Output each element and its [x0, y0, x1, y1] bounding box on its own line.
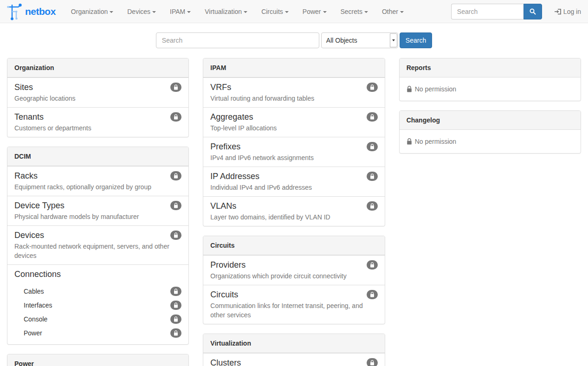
- netbox-brand[interactable]: netbox: [7, 3, 56, 20]
- item-description: IPv4 and IPv6 network assignments: [210, 153, 377, 162]
- nav-item-circuits[interactable]: Circuits: [254, 0, 296, 23]
- sub-item-label[interactable]: Cables: [24, 288, 44, 295]
- item-description: Top-level IP allocations: [210, 123, 377, 133]
- no-permission-label: No permission: [415, 84, 456, 94]
- lock-badge: [367, 358, 378, 366]
- object-type-selected-value: All Objects: [326, 37, 357, 44]
- list-item-circuits: CircuitsCommunication links for Internet…: [203, 285, 384, 324]
- lock-badge: [170, 301, 181, 310]
- item-description: Geographic locations: [14, 94, 181, 103]
- nav-item-power[interactable]: Power: [296, 0, 334, 23]
- lock-badge: [170, 201, 181, 210]
- list-item-vlans: VLANsLayer two domains, identified by VL…: [203, 196, 384, 226]
- lock-icon: [407, 86, 412, 92]
- item-title-ip-addresses[interactable]: IP Addresses: [210, 171, 259, 181]
- nav-item-secrets[interactable]: Secrets: [334, 0, 375, 23]
- panel-changelog: ChangelogNo permission: [399, 110, 581, 154]
- nav-item-label: IPAM: [170, 8, 185, 15]
- item-title-aggregates[interactable]: Aggregates: [210, 112, 253, 122]
- item-title-vrfs[interactable]: VRFs: [210, 82, 231, 92]
- nav-item-label: Devices: [127, 8, 150, 15]
- no-permission-notice: No permission: [400, 130, 581, 153]
- nav-item-devices[interactable]: Devices: [120, 0, 163, 23]
- sub-item-console: Console: [14, 312, 181, 326]
- list-item-devices: DevicesRack-mounted network equipment, s…: [7, 225, 188, 264]
- lock-badge: [367, 172, 378, 181]
- lock-badge: [170, 171, 181, 180]
- login-link[interactable]: Log in: [548, 8, 588, 15]
- nav-item-virtualization[interactable]: Virtualization: [198, 0, 254, 23]
- search-icon: [530, 8, 536, 15]
- panel-heading: Organization: [7, 58, 188, 77]
- panel-dcim: DCIMRacksEquipment racks, optionally org…: [7, 147, 189, 345]
- caret-down-icon: [364, 11, 368, 13]
- lock-badge: [367, 112, 378, 122]
- item-title-sites[interactable]: Sites: [14, 82, 33, 92]
- global-search-input[interactable]: [156, 32, 319, 48]
- sub-item-interfaces: Interfaces: [14, 298, 181, 312]
- lock-badge: [367, 142, 378, 151]
- item-description: Organizations which provide circuit conn…: [210, 271, 377, 281]
- nav-menu: OrganizationDevicesIPAMVirtualizationCir…: [64, 0, 411, 23]
- list-item-device-types: Device TypesPhysical hardware models by …: [7, 196, 188, 225]
- item-title-tenants[interactable]: Tenants: [14, 112, 44, 122]
- navbar-search-form: [451, 4, 542, 19]
- sub-item-cables: Cables: [14, 284, 181, 298]
- lock-badge: [367, 83, 378, 92]
- lock-badge: [170, 328, 181, 338]
- caret-down-icon: [285, 11, 289, 13]
- list-item-providers: ProvidersOrganizations which provide cir…: [203, 255, 384, 285]
- panel-ipam: IPAMVRFsVirtual routing and forwarding t…: [203, 58, 385, 226]
- panel-heading: Power: [7, 354, 188, 366]
- panel-heading: IPAM: [203, 58, 384, 77]
- nav-item-other[interactable]: Other: [375, 0, 411, 23]
- list-item-tenants: TenantsCustomers or departments: [7, 107, 188, 137]
- sub-item-list: CablesInterfacesConsolePower: [14, 284, 181, 340]
- sub-item-label[interactable]: Console: [24, 315, 47, 323]
- list-item-racks: RacksEquipment racks, optionally organiz…: [7, 166, 188, 196]
- column-middle: IPAMVRFsVirtual routing and forwarding t…: [196, 58, 392, 366]
- lock-badge: [367, 201, 378, 211]
- select-caret-box: [390, 33, 397, 47]
- navbar: netbox OrganizationDevicesIPAMVirtualiza…: [0, 0, 588, 23]
- navbar-search-input[interactable]: [451, 4, 523, 19]
- nav-item-label: Circuits: [261, 8, 283, 15]
- nav-item-organization[interactable]: Organization: [64, 0, 120, 23]
- no-permission-notice: No permission: [400, 77, 581, 101]
- navbar-search-button[interactable]: [523, 4, 542, 19]
- item-title-vlans[interactable]: VLANs: [210, 201, 236, 211]
- login-label: Log in: [563, 8, 581, 15]
- lock-badge: [170, 287, 181, 296]
- list-item-vrfs: VRFsVirtual routing and forwarding table…: [203, 77, 384, 107]
- list-item-clusters: Clusters: [203, 353, 384, 366]
- column-left: OrganizationSitesGeographic locationsTen…: [0, 58, 196, 366]
- item-title-devices[interactable]: Devices: [14, 230, 44, 240]
- nav-item-label: Power: [303, 8, 321, 15]
- column-right: ReportsNo permissionChangelogNo permissi…: [392, 58, 588, 366]
- caret-down-icon: [152, 11, 156, 13]
- item-description: Customers or departments: [14, 123, 181, 133]
- item-title-prefixes[interactable]: Prefixes: [210, 141, 240, 152]
- netbox-logo-icon: [7, 3, 23, 20]
- nav-item-label: Other: [382, 8, 398, 15]
- item-title-clusters[interactable]: Clusters: [210, 358, 241, 366]
- no-permission-label: No permission: [415, 137, 456, 146]
- sub-item-label[interactable]: Power: [24, 329, 42, 337]
- item-title-racks[interactable]: Racks: [14, 171, 38, 181]
- item-title-providers[interactable]: Providers: [210, 260, 246, 270]
- item-title-connections[interactable]: Connections: [14, 269, 61, 279]
- list-item-aggregates: AggregatesTop-level IP allocations: [203, 107, 384, 137]
- sign-in-icon: [555, 8, 561, 15]
- item-description: Communication links for Internet transit…: [210, 301, 377, 320]
- global-search-button[interactable]: Search: [400, 32, 432, 48]
- object-type-select[interactable]: All Objects: [321, 32, 398, 48]
- lock-icon: [407, 138, 412, 145]
- nav-item-ipam[interactable]: IPAM: [163, 0, 198, 23]
- item-title-circuits[interactable]: Circuits: [210, 289, 238, 300]
- item-title-device-types[interactable]: Device Types: [14, 200, 65, 211]
- lock-badge: [170, 83, 181, 92]
- global-search-row: All Objects Search: [0, 32, 588, 48]
- list-item-sites: SitesGeographic locations: [7, 77, 188, 107]
- caret-down-icon: [110, 11, 113, 13]
- sub-item-label[interactable]: Interfaces: [24, 302, 52, 309]
